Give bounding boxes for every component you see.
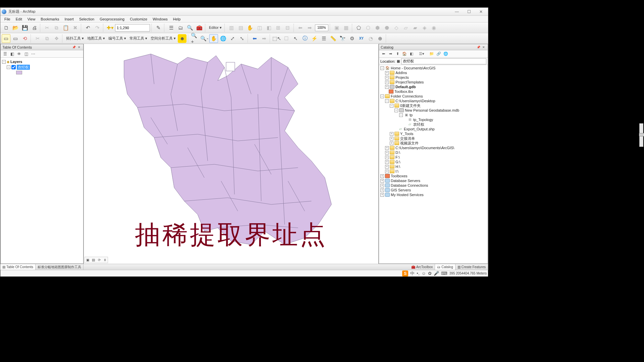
zoom-in-icon[interactable]: 🔍+: [191, 34, 199, 43]
zoom-pct-input[interactable]: [315, 24, 328, 31]
topo5-icon[interactable]: ◇: [392, 23, 401, 32]
menu-selection[interactable]: Selection: [76, 16, 97, 22]
catalog-drive-i[interactable]: I:\: [395, 169, 398, 174]
layout-view-icon[interactable]: ▤: [91, 257, 96, 262]
maximize-button[interactable]: ☐: [463, 9, 475, 15]
map-view[interactable]: 抽稀提取界址点 ▣ ▤ ⟳ ⏸: [84, 44, 379, 264]
list-by-drawing-icon[interactable]: ☰: [2, 51, 8, 57]
catalog-drive-h[interactable]: H:\: [395, 164, 400, 169]
edit-tool6-icon[interactable]: ⊞: [274, 23, 283, 32]
catalog-window-icon[interactable]: 🗂: [176, 23, 185, 32]
clear-icon[interactable]: ☐: [282, 34, 290, 43]
topo6-icon[interactable]: ▱: [401, 23, 410, 32]
measure-icon[interactable]: 📏: [329, 34, 337, 43]
clear-selection-icon[interactable]: ▭: [11, 34, 20, 43]
catalog-tp-topology[interactable]: tp_Topology: [413, 117, 433, 122]
arctoolbox-icon[interactable]: 🧰: [195, 23, 204, 32]
catalog-myhosted[interactable]: My Hosted Services: [391, 192, 424, 197]
cat-connect-gis-icon[interactable]: 🌐: [443, 51, 449, 57]
layer-symbol-icon[interactable]: [16, 71, 22, 74]
editor-dropdown[interactable]: Editor ▾: [208, 25, 223, 31]
catalog-tree[interactable]: −🏠Home - Documents\ArcGIS +AddIns +Proje…: [379, 65, 488, 263]
topo7-icon[interactable]: ▰: [411, 23, 420, 32]
emoji-icon[interactable]: ☻: [178, 34, 186, 43]
layer-checkbox[interactable]: [11, 65, 16, 69]
time-slider-icon[interactable]: ◔: [366, 34, 375, 43]
menu-insert[interactable]: Insert: [62, 16, 76, 22]
catalog-dbconnections[interactable]: Database Connections: [391, 183, 428, 188]
cat-connect-folder-icon[interactable]: 📁: [429, 51, 435, 57]
menu-help[interactable]: Help: [170, 16, 183, 22]
print-icon[interactable]: 🖨: [30, 23, 39, 32]
cat-connect-db-icon[interactable]: 🔗: [436, 51, 442, 57]
scale-dropdown[interactable]: [115, 24, 150, 32]
catalog-drive-f[interactable]: F:\: [395, 155, 400, 160]
tab-other[interactable]: 标准分幅地籍图图廓制作工具: [36, 264, 84, 270]
catalog-pin-icon[interactable]: 📌: [476, 46, 481, 49]
tab-catalog[interactable]: 🗂 Catalog: [435, 264, 455, 270]
undo-icon[interactable]: ↶: [84, 23, 92, 32]
catalog-ptemplates[interactable]: ProjectTemplates: [395, 80, 424, 84]
ime-sogou-icon[interactable]: S: [402, 270, 408, 277]
pointer-icon[interactable]: ↖: [291, 34, 300, 43]
ime-emoji-icon[interactable]: ☺: [422, 271, 426, 276]
pan-icon[interactable]: ✋: [209, 34, 218, 43]
next-extent-icon[interactable]: ➡: [260, 34, 268, 43]
number-tools-dropdown[interactable]: 编号工具 ▾: [107, 35, 127, 42]
topo-tools-dropdown[interactable]: 拓扑工具 ▾: [65, 35, 85, 42]
find-route-icon[interactable]: ⚙: [347, 34, 356, 43]
data-view-icon[interactable]: ▣: [85, 257, 90, 262]
cat-back-icon[interactable]: ⬅: [380, 51, 386, 57]
toc-tree[interactable]: −◆Layers −农经权: [1, 58, 83, 263]
open-icon[interactable]: 📂: [11, 23, 20, 32]
edit-tool3-icon[interactable]: ✋: [246, 23, 255, 32]
select-features-icon[interactable]: ▭: [2, 34, 10, 43]
catalog-spywj[interactable]: 视频源文件: [400, 141, 419, 145]
find-icon[interactable]: 🔭: [338, 34, 347, 43]
cut-icon[interactable]: ✂: [43, 23, 51, 32]
edit-tool4-icon[interactable]: ◫: [255, 23, 264, 32]
minimize-button[interactable]: —: [451, 9, 463, 15]
menu-file[interactable]: File: [2, 16, 13, 22]
edit-tool7-icon[interactable]: ⊟: [283, 23, 292, 32]
tab-arctoolbox[interactable]: 🧰 ArcToolbox: [409, 264, 435, 270]
add-data-icon[interactable]: ✚▾: [106, 23, 114, 32]
menu-customize[interactable]: Customize: [127, 16, 150, 22]
paste2-icon[interactable]: ❖: [52, 34, 61, 43]
nav-back-icon[interactable]: ⬅: [296, 23, 305, 32]
catalog-defgdb[interactable]: Default.gdb: [395, 84, 416, 89]
layers-root[interactable]: Layers: [10, 60, 22, 64]
topo8-icon[interactable]: ◈: [420, 23, 429, 32]
catalog-pgdb[interactable]: New Personal Geodatabase.mdb: [405, 108, 459, 113]
ime-skin-icon[interactable]: ✿: [428, 271, 432, 276]
menu-bookmarks[interactable]: Bookmarks: [38, 16, 62, 22]
catalog-export[interactable]: Export_Output.shp: [404, 127, 435, 131]
chain-icon[interactable]: ⟲: [20, 34, 29, 43]
menu-view[interactable]: View: [25, 16, 38, 22]
zoom-full-icon[interactable]: ⤡: [237, 34, 246, 43]
location-input[interactable]: [401, 58, 486, 64]
catalog-tp[interactable]: tp: [410, 113, 413, 117]
save-icon[interactable]: 💾: [20, 23, 29, 32]
list-by-source-icon[interactable]: ◧: [9, 51, 15, 57]
catalog-tp-layer[interactable]: 农经权: [413, 122, 424, 127]
cat-list-icon[interactable]: ☰▾: [419, 51, 425, 57]
catalog-drive-d[interactable]: D:\: [395, 150, 400, 155]
cat-up-icon[interactable]: ⬆: [394, 51, 400, 57]
catalog-toolbox[interactable]: Toolbox.tbx: [394, 89, 413, 94]
ime-punct-icon[interactable]: •,: [417, 271, 419, 276]
catalog-docs[interactable]: C:\Users\iamyo\Documents\ArcGIS\: [395, 145, 454, 150]
new-icon[interactable]: 🗋: [2, 23, 10, 32]
toc-options-icon[interactable]: ⋯: [30, 51, 36, 57]
catalog-drive-g[interactable]: G:\: [395, 160, 400, 164]
toc-toggle-icon[interactable]: ☰: [167, 23, 175, 32]
copy-icon[interactable]: ⧉: [52, 23, 61, 32]
expand-icon[interactable]: −: [7, 65, 10, 69]
toc-close-icon[interactable]: ✕: [77, 46, 82, 49]
cat-fwd-icon[interactable]: ➡: [387, 51, 393, 57]
catalog-addins[interactable]: AddIns: [395, 70, 407, 75]
catalog-jjqd[interactable]: 交接清单: [400, 136, 415, 141]
ime-mic-icon[interactable]: 🎤: [434, 271, 439, 276]
menu-edit[interactable]: Edit: [13, 16, 25, 22]
layout-tool2-icon[interactable]: ▦: [342, 23, 351, 32]
